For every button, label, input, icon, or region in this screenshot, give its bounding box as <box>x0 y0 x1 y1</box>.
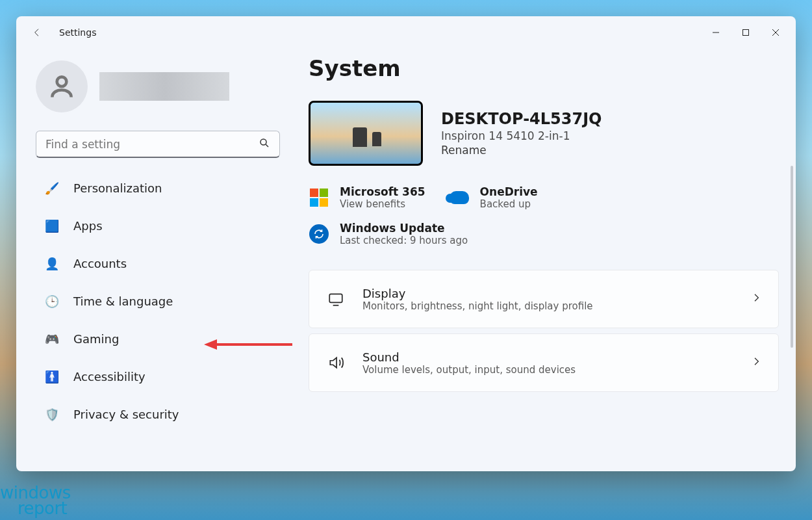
nav-apps[interactable]: 🟦Apps <box>36 209 280 242</box>
rename-link[interactable]: Rename <box>441 144 602 157</box>
nav-label: Accessibility <box>73 370 146 384</box>
svg-point-1 <box>57 77 67 86</box>
desktop-wallpaper: Settings 🖌️Personalization 🟦Apps 👤Accoun… <box>0 0 812 520</box>
content-pane: System DESKTOP-4L537JQ Inspiron 14 5410 … <box>296 49 796 471</box>
tile-title: Microsoft 365 <box>340 185 425 198</box>
card-sub: Monitors, brightness, night light, displ… <box>362 300 734 312</box>
avatar-icon <box>36 60 88 112</box>
nav-privacy-security[interactable]: 🛡️Privacy & security <box>36 397 280 431</box>
nav-label: Accounts <box>73 257 127 270</box>
profile-header[interactable] <box>36 60 280 112</box>
privacy-icon: 🛡️ <box>45 407 59 421</box>
titlebar: Settings <box>16 16 796 49</box>
settings-window: Settings 🖌️Personalization 🟦Apps 👤Accoun… <box>16 16 796 471</box>
nav-time-language[interactable]: 🕒Time & language <box>36 284 280 318</box>
device-thumbnail <box>309 101 423 166</box>
nav-label: Gaming <box>73 332 119 346</box>
apps-icon: 🟦 <box>45 218 59 233</box>
search-box[interactable] <box>36 131 280 158</box>
nav-label: Apps <box>73 219 103 233</box>
personalization-icon: 🖌️ <box>45 181 59 195</box>
chevron-right-icon <box>751 356 761 369</box>
nav-label: Privacy & security <box>73 408 179 421</box>
device-name: DESKTOP-4L537JQ <box>441 110 602 128</box>
nav-label: Personalization <box>73 181 162 195</box>
card-sound[interactable]: SoundVolume levels, output, input, sound… <box>309 333 779 392</box>
onedrive-icon <box>449 187 470 208</box>
svg-rect-0 <box>743 30 749 36</box>
tile-sub: Last checked: 9 hours ago <box>340 235 468 246</box>
sidebar: 🖌️Personalization 🟦Apps 👤Accounts 🕒Time … <box>16 49 296 471</box>
chevron-right-icon <box>751 292 761 306</box>
search-input[interactable] <box>45 138 259 151</box>
tile-title: Windows Update <box>340 222 468 235</box>
watermark: windows report <box>0 486 71 516</box>
card-title: Sound <box>362 350 734 364</box>
tile-windows-update[interactable]: Windows UpdateLast checked: 9 hours ago <box>309 222 779 246</box>
search-icon <box>259 137 270 151</box>
accounts-icon: 👤 <box>45 256 59 270</box>
device-model: Inspiron 14 5410 2-in-1 <box>441 129 602 142</box>
accessibility-icon: 🚹 <box>45 369 59 384</box>
nav-list: 🖌️Personalization 🟦Apps 👤Accounts 🕒Time … <box>36 171 280 471</box>
svg-point-2 <box>260 139 266 145</box>
sound-icon <box>326 353 346 372</box>
close-button[interactable] <box>761 20 791 46</box>
nav-label: Time & language <box>73 294 173 308</box>
svg-rect-3 <box>329 294 342 302</box>
window-controls <box>701 20 791 46</box>
time-language-icon: 🕒 <box>45 294 59 308</box>
card-title: Display <box>362 287 734 300</box>
nav-accessibility[interactable]: 🚹Accessibility <box>36 359 280 393</box>
nav-accounts[interactable]: 👤Accounts <box>36 246 280 280</box>
user-name-redacted <box>99 72 229 101</box>
minimize-button[interactable] <box>701 20 731 46</box>
back-button[interactable] <box>27 22 47 43</box>
update-icon <box>309 224 329 244</box>
tile-onedrive[interactable]: OneDriveBacked up <box>449 185 538 210</box>
card-sub: Volume levels, output, input, sound devi… <box>362 364 734 376</box>
nav-personalization[interactable]: 🖌️Personalization <box>36 171 280 205</box>
tile-title: OneDrive <box>480 185 538 198</box>
scrollbar[interactable] <box>791 166 793 348</box>
tile-sub: View benefits <box>340 198 425 210</box>
maximize-button[interactable] <box>731 20 761 46</box>
app-title: Settings <box>59 27 96 38</box>
microsoft-logo-icon <box>309 187 329 208</box>
page-title: System <box>309 55 779 81</box>
gaming-icon: 🎮 <box>45 332 59 346</box>
tile-sub: Backed up <box>480 198 538 210</box>
card-display[interactable]: DisplayMonitors, brightness, night light… <box>309 270 779 328</box>
tile-microsoft365[interactable]: Microsoft 365View benefits <box>309 185 425 210</box>
display-icon <box>326 289 346 309</box>
device-header: DESKTOP-4L537JQ Inspiron 14 5410 2-in-1 … <box>309 101 779 166</box>
nav-gaming[interactable]: 🎮Gaming <box>36 322 280 356</box>
